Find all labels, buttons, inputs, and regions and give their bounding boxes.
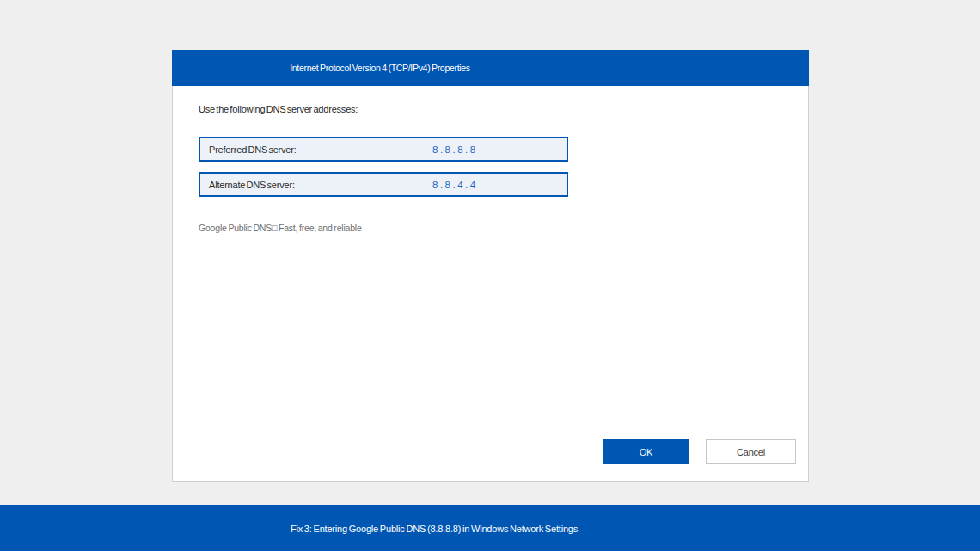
dialog-titlebar[interactable]: Internet Protocol Version 4 (TCP/IPv4) P…	[172, 50, 809, 86]
tcpip-properties-dialog: Internet Protocol Version 4 (TCP/IPv4) P…	[172, 50, 809, 482]
footer-bar: Fix 3: Entering Google Public DNS (8.8.8…	[0, 505, 980, 551]
alternate-dns-label: Alternate DNS server:	[209, 180, 295, 190]
alternate-dns-input[interactable]: Alternate DNS server: 8.8.4.4	[199, 172, 568, 197]
cancel-button[interactable]: Cancel	[706, 439, 796, 464]
google-dns-caption: Google Public DNS□ Fast, free, and relia…	[199, 223, 362, 233]
dialog-title: Internet Protocol Version 4 (TCP/IPv4) P…	[172, 63, 588, 73]
dialog-button-row: OK Cancel	[603, 439, 796, 464]
preferred-dns-value[interactable]: 8.8.8.8	[432, 144, 478, 155]
dns-instruction-label: Use the following DNS server addresses:	[199, 104, 358, 114]
preferred-dns-input[interactable]: Preferred DNS server: 8.8.8.8	[199, 137, 568, 162]
alternate-dns-value[interactable]: 8.8.4.4	[432, 180, 478, 190]
page-background: Internet Protocol Version 4 (TCP/IPv4) P…	[0, 0, 980, 551]
ok-button[interactable]: OK	[603, 439, 689, 464]
preferred-dns-label: Preferred DNS server:	[209, 144, 297, 155]
footer-caption: Fix 3: Entering Google Public DNS (8.8.8…	[0, 523, 868, 534]
